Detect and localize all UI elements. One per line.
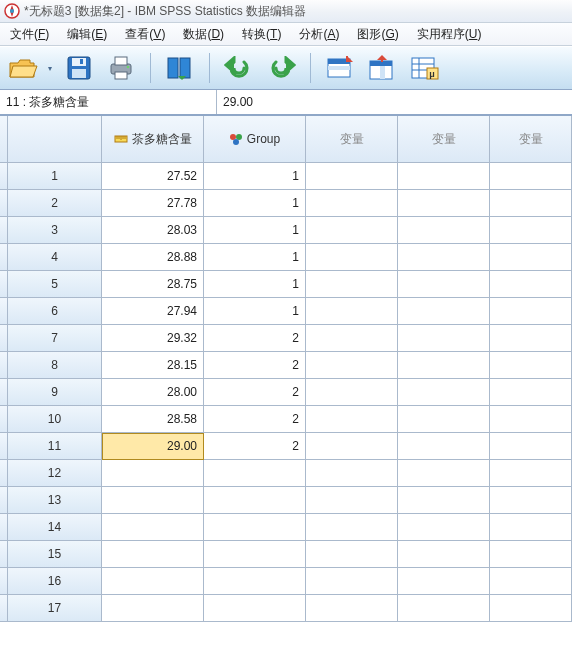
data-cell[interactable] [398, 190, 490, 217]
data-cell[interactable] [102, 460, 204, 487]
data-cell[interactable] [490, 190, 572, 217]
data-cell[interactable] [306, 352, 398, 379]
cell-reference[interactable]: 11 : 茶多糖含量 [0, 90, 217, 114]
menu-data[interactable]: 数据(D) [175, 24, 232, 45]
data-cell[interactable] [398, 379, 490, 406]
cell-value-input[interactable]: 29.00 [217, 90, 572, 114]
data-cell[interactable] [490, 595, 572, 622]
data-cell[interactable]: 1 [204, 244, 306, 271]
data-cell[interactable] [490, 163, 572, 190]
data-cell[interactable] [398, 325, 490, 352]
data-cell[interactable] [490, 514, 572, 541]
menu-view[interactable]: 查看(V) [117, 24, 173, 45]
menu-analyze[interactable]: 分析(A) [291, 24, 347, 45]
data-cell[interactable]: 2 [204, 406, 306, 433]
data-cell[interactable] [204, 487, 306, 514]
data-cell[interactable] [306, 433, 398, 460]
row-header[interactable]: 5 [8, 271, 102, 298]
data-cell[interactable] [398, 433, 490, 460]
data-cell[interactable]: 2 [204, 325, 306, 352]
variables-button[interactable]: μ [407, 51, 441, 85]
data-cell[interactable] [490, 217, 572, 244]
recall-dialog-button[interactable] [163, 51, 197, 85]
data-cell[interactable]: 27.94 [102, 298, 204, 325]
print-button[interactable] [104, 51, 138, 85]
data-cell[interactable] [306, 271, 398, 298]
row-header[interactable]: 13 [8, 487, 102, 514]
row-header[interactable]: 10 [8, 406, 102, 433]
data-cell[interactable] [306, 190, 398, 217]
data-cell[interactable]: 1 [204, 190, 306, 217]
column-header-c1[interactable]: 茶多糖含量 [102, 116, 204, 163]
menu-utilities[interactable]: 实用程序(U) [409, 24, 490, 45]
data-cell[interactable] [204, 514, 306, 541]
data-cell[interactable] [490, 379, 572, 406]
row-header[interactable]: 14 [8, 514, 102, 541]
data-cell[interactable] [306, 406, 398, 433]
data-cell[interactable] [306, 460, 398, 487]
data-cell[interactable] [306, 244, 398, 271]
goto-variable-button[interactable] [365, 51, 399, 85]
data-cell[interactable]: 2 [204, 433, 306, 460]
data-cell[interactable] [306, 514, 398, 541]
data-cell[interactable] [398, 541, 490, 568]
data-cell[interactable] [490, 568, 572, 595]
data-cell[interactable] [306, 325, 398, 352]
data-cell[interactable] [398, 217, 490, 244]
open-button[interactable] [6, 51, 40, 85]
data-cell[interactable] [398, 514, 490, 541]
row-header[interactable]: 6 [8, 298, 102, 325]
data-cell[interactable]: 28.88 [102, 244, 204, 271]
data-cell[interactable]: 1 [204, 217, 306, 244]
data-cell[interactable]: 1 [204, 271, 306, 298]
undo-button[interactable] [222, 51, 256, 85]
data-cell[interactable] [398, 163, 490, 190]
data-cell[interactable] [398, 487, 490, 514]
menu-graphs[interactable]: 图形(G) [349, 24, 406, 45]
data-cell[interactable] [306, 379, 398, 406]
data-cell[interactable] [306, 487, 398, 514]
row-header[interactable]: 15 [8, 541, 102, 568]
data-cell[interactable] [204, 595, 306, 622]
open-dropdown-arrow[interactable]: ▾ [46, 64, 54, 73]
data-cell[interactable] [306, 541, 398, 568]
column-header-c3[interactable]: 变量 [306, 116, 398, 163]
data-cell[interactable] [490, 298, 572, 325]
save-button[interactable] [62, 51, 96, 85]
row-header[interactable]: 11 [8, 433, 102, 460]
data-cell[interactable] [102, 541, 204, 568]
data-cell[interactable] [490, 244, 572, 271]
data-cell[interactable]: 29.00 [102, 433, 204, 460]
data-cell[interactable] [204, 541, 306, 568]
data-cell[interactable] [102, 487, 204, 514]
row-header[interactable]: 17 [8, 595, 102, 622]
data-cell[interactable]: 2 [204, 379, 306, 406]
data-cell[interactable] [398, 271, 490, 298]
data-cell[interactable]: 28.15 [102, 352, 204, 379]
menu-edit[interactable]: 编辑(E) [59, 24, 115, 45]
menu-file[interactable]: 文件(F) [2, 24, 57, 45]
data-cell[interactable] [490, 406, 572, 433]
row-header[interactable]: 3 [8, 217, 102, 244]
data-cell[interactable]: 28.03 [102, 217, 204, 244]
data-cell[interactable] [398, 595, 490, 622]
data-cell[interactable] [490, 460, 572, 487]
row-header[interactable]: 9 [8, 379, 102, 406]
data-cell[interactable]: 27.78 [102, 190, 204, 217]
data-cell[interactable] [398, 460, 490, 487]
row-header[interactable]: 1 [8, 163, 102, 190]
column-header-c4[interactable]: 变量 [398, 116, 490, 163]
data-cell[interactable] [490, 433, 572, 460]
data-cell[interactable] [398, 298, 490, 325]
menu-transform[interactable]: 转换(T) [234, 24, 289, 45]
data-cell[interactable] [306, 568, 398, 595]
data-cell[interactable] [490, 325, 572, 352]
data-cell[interactable]: 29.32 [102, 325, 204, 352]
data-cell[interactable] [398, 244, 490, 271]
data-cell[interactable] [306, 595, 398, 622]
data-cell[interactable] [490, 541, 572, 568]
goto-case-button[interactable] [323, 51, 357, 85]
data-cell[interactable]: 28.00 [102, 379, 204, 406]
data-cell[interactable]: 28.75 [102, 271, 204, 298]
data-cell[interactable] [398, 352, 490, 379]
